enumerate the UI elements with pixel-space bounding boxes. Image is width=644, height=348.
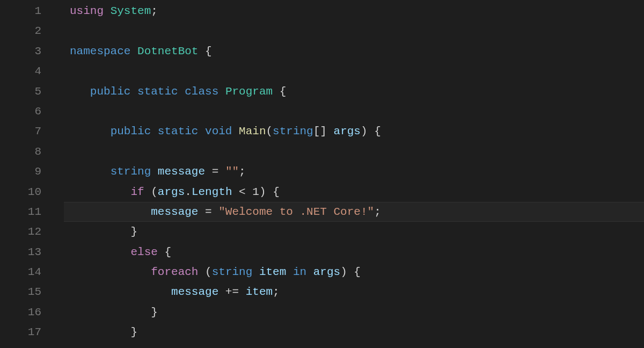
- code-token: args: [313, 266, 340, 278]
- code-token: <: [232, 186, 253, 198]
- code-line[interactable]: public static void Main(string[] args) {: [51, 121, 644, 141]
- code-token: +=: [218, 286, 245, 298]
- line-number-gutter: 1234567891011121314151617: [0, 1, 51, 348]
- code-line[interactable]: [51, 21, 644, 41]
- code-token: item: [259, 266, 286, 278]
- code-token: (: [266, 125, 273, 137]
- code-token: foreach: [151, 266, 205, 278]
- code-token: string: [273, 125, 313, 137]
- code-token: "Welcome to .NET Core!": [218, 206, 374, 218]
- code-line[interactable]: }: [51, 322, 644, 342]
- line-number: 6: [0, 102, 41, 121]
- code-token: {: [198, 45, 211, 57]
- code-token: 1: [252, 186, 259, 198]
- code-line[interactable]: [51, 142, 644, 162]
- code-token: ;: [151, 5, 158, 17]
- code-token: ;: [374, 206, 381, 218]
- code-line[interactable]: string message = "";: [51, 162, 644, 182]
- code-token: else: [130, 246, 164, 258]
- line-number: 5: [0, 82, 41, 102]
- code-token: message: [151, 206, 198, 218]
- line-number: 2: [0, 21, 41, 41]
- code-line[interactable]: message += item;: [51, 282, 644, 302]
- line-number: 7: [0, 121, 41, 141]
- code-line[interactable]: else {: [51, 242, 644, 262]
- line-number: 3: [0, 41, 41, 61]
- code-token: args: [158, 186, 185, 198]
- code-line[interactable]: [51, 102, 644, 121]
- code-token: Length: [192, 186, 232, 198]
- line-number: 11: [0, 202, 41, 222]
- code-token: ) {: [259, 186, 280, 198]
- code-line[interactable]: }: [51, 302, 644, 322]
- code-line[interactable]: namespace DotnetBot {: [51, 41, 644, 61]
- code-token: ;: [239, 165, 246, 178]
- code-line[interactable]: message = "Welcome to .NET Core!";: [51, 202, 644, 222]
- line-number: 13: [0, 242, 41, 262]
- code-token: (: [151, 186, 158, 198]
- code-line[interactable]: foreach (string item in args) {: [51, 262, 644, 282]
- code-token: static: [137, 85, 185, 98]
- code-token: namespace: [70, 45, 137, 57]
- code-token: void: [205, 125, 239, 137]
- code-token: }: [130, 326, 137, 338]
- line-number: 9: [0, 162, 41, 182]
- code-token: DotnetBot: [137, 45, 198, 57]
- line-number: 1: [0, 1, 41, 21]
- code-token: }: [130, 226, 137, 238]
- code-area[interactable]: using System;namespace DotnetBot { publi…: [51, 1, 644, 348]
- code-token: .: [185, 186, 192, 198]
- code-token: Main: [239, 125, 266, 137]
- line-number: 12: [0, 222, 41, 242]
- code-line[interactable]: }: [51, 222, 644, 242]
- line-number: 8: [0, 142, 41, 162]
- code-token: public: [90, 85, 137, 98]
- code-token: =: [205, 165, 225, 178]
- code-line[interactable]: using System;: [51, 1, 644, 21]
- code-token: {: [164, 246, 171, 258]
- code-editor[interactable]: 1234567891011121314151617 using System;n…: [0, 0, 644, 348]
- code-line[interactable]: [51, 61, 644, 81]
- code-token: (: [205, 266, 212, 278]
- code-token: args: [334, 125, 361, 137]
- code-token: using: [70, 5, 111, 17]
- code-token: if: [130, 186, 151, 198]
- code-token: string: [111, 165, 158, 178]
- code-token: =: [198, 206, 218, 218]
- code-token: ) {: [340, 266, 361, 278]
- code-token: ) {: [361, 125, 381, 137]
- line-number: 17: [0, 322, 41, 342]
- line-number: 10: [0, 182, 41, 202]
- code-token: string: [212, 266, 259, 278]
- line-number: 14: [0, 262, 41, 282]
- code-token: class: [185, 85, 225, 98]
- line-number: 15: [0, 282, 41, 302]
- code-token: ;: [273, 286, 280, 298]
- code-token: []: [313, 125, 334, 137]
- code-token: public: [111, 125, 158, 137]
- line-number: 4: [0, 61, 41, 81]
- code-token: System: [111, 5, 151, 17]
- code-token: message: [171, 286, 218, 298]
- code-token: Program: [225, 85, 273, 98]
- code-line[interactable]: public static class Program {: [51, 82, 644, 102]
- code-token: in: [286, 266, 313, 278]
- code-token: "": [225, 165, 239, 178]
- code-token: }: [151, 306, 158, 318]
- line-number: 16: [0, 302, 41, 322]
- code-token: {: [273, 85, 286, 98]
- code-token: static: [158, 125, 205, 137]
- code-token: item: [246, 286, 273, 298]
- code-line[interactable]: if (args.Length < 1) {: [51, 182, 644, 202]
- code-token: message: [158, 165, 205, 178]
